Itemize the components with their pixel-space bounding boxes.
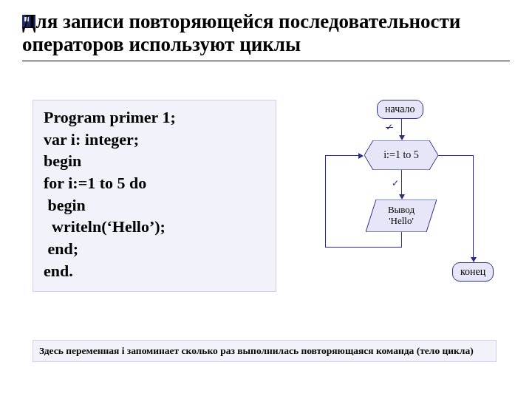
code-line: for i:=1 to 5 do [44, 172, 265, 194]
footnote: Здесь переменная i запоминает сколько ра… [33, 340, 497, 362]
arrow-down-icon [399, 135, 405, 140]
flow-connector [401, 119, 402, 137]
flow-connector [401, 232, 402, 247]
flow-loop: i:=1 to 5 [364, 140, 438, 170]
flow-end: конец [452, 262, 494, 282]
title-container: Для записи повторяющейся последовательно… [22, 10, 510, 61]
arrow-down-icon [471, 257, 477, 262]
flow-connector [401, 170, 402, 196]
code-line: writeln(‘Hello’); [44, 216, 265, 238]
code-line: begin [44, 150, 265, 172]
flow-mark: ✓ [386, 122, 393, 133]
flow-loop-label: i:=1 to 5 [383, 149, 419, 161]
flow-output: Вывод 'Hello' [366, 200, 437, 232]
code-block: Program primer 1; var i: integer; begin … [33, 100, 276, 292]
flow-connector [325, 155, 359, 156]
flow-connector [438, 155, 473, 156]
code-line: begin [44, 194, 265, 216]
flow-connector [473, 155, 474, 259]
arrow-right-icon [358, 153, 364, 159]
flowchart: начало ✓ i:=1 to 5 ✓ Вывод 'Hello' конец [303, 100, 514, 321]
code-line: Program primer 1; [44, 106, 265, 129]
flow-mark: ✓ [392, 178, 399, 189]
flow-connector [325, 247, 402, 248]
flow-output-line2: 'Hello' [389, 215, 414, 226]
flow-output-label: Вывод 'Hello' [388, 205, 415, 227]
code-line: end. [44, 260, 265, 282]
code-line: var i: integer; [44, 129, 265, 151]
flow-start: начало [377, 100, 423, 119]
arrow-down-icon [399, 194, 405, 200]
slide-title: Для записи повторяющейся последовательно… [22, 10, 510, 56]
code-line: end; [44, 238, 265, 260]
flow-connector [325, 155, 326, 248]
flow-output-line1: Вывод [388, 204, 415, 215]
